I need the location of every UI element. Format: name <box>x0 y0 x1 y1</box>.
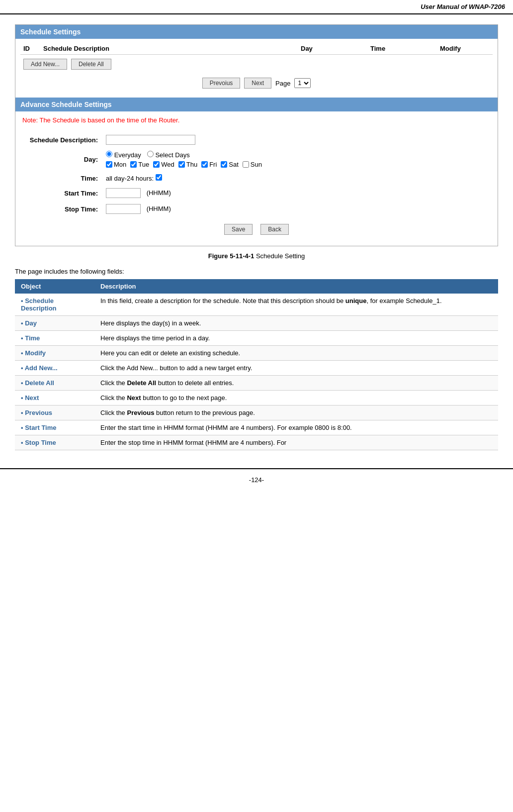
description-cell: Here you can edit or delete an existing … <box>94 346 498 361</box>
table-row: • Delete AllClick the Delete All button … <box>15 376 498 391</box>
table-row: • NextClick the Next button to go to the… <box>15 391 498 406</box>
save-row: Save Back <box>22 217 491 239</box>
schedule-table-area: ID Schedule Description Day Time Modify … <box>15 39 498 98</box>
wed-checkbox-label[interactable]: Wed <box>153 161 174 168</box>
sun-checkbox-label[interactable]: Sun <box>243 161 262 168</box>
table-row: • DayHere displays the day(s) in a week. <box>15 316 498 331</box>
sun-checkbox[interactable] <box>243 161 249 168</box>
table-row: • Start TimeEnter the start time in HHMM… <box>15 420 498 435</box>
table-row: • TimeHere displays the time period in a… <box>15 331 498 346</box>
col-id-header: ID <box>23 45 43 52</box>
select-days-option[interactable]: Select Days <box>147 151 190 159</box>
description-cell: Here displays the day(s) in a week. <box>94 316 498 331</box>
manual-title: User Manual of WNAP-7206 <box>421 3 505 10</box>
day-radio-group: Everyday Select Days <box>106 151 487 159</box>
description-col-header: Description <box>94 279 498 294</box>
advance-settings-header: Advance Schedule Settings <box>15 98 498 111</box>
page-select[interactable]: 1 <box>294 78 311 88</box>
object-cell: • Day <box>15 316 94 331</box>
page-footer: -124- <box>0 468 513 488</box>
object-cell: • Schedule Description <box>15 294 94 316</box>
sat-checkbox[interactable] <box>221 161 227 168</box>
pagination-row: Prevoius Next Page 1 <box>20 74 493 94</box>
main-content: Schedule Settings ID Schedule Descriptio… <box>0 14 513 460</box>
description-cell: Enter the start time in HHMM format (HHM… <box>94 420 498 435</box>
description-cell: Click the Add New... button to add a new… <box>94 361 498 376</box>
page-label: Page <box>275 80 290 87</box>
day-row: Day: Everyday Select Days <box>22 148 491 171</box>
col-time-header: Time <box>370 45 440 52</box>
tue-checkbox-label[interactable]: Tue <box>130 161 149 168</box>
next-button[interactable]: Next <box>244 78 271 89</box>
stop-time-label: Stop Time: <box>22 201 102 217</box>
thu-checkbox[interactable] <box>178 161 185 168</box>
desc-intro: The page includes the following fields: <box>15 268 498 275</box>
description-cell: Click the Previous button return to the … <box>94 406 498 420</box>
delete-all-button[interactable]: Delete All <box>71 59 111 70</box>
object-cell: • Stop Time <box>15 435 94 450</box>
day-label: Day: <box>22 148 102 171</box>
schedule-description-input[interactable] <box>106 135 195 145</box>
tue-checkbox[interactable] <box>130 161 137 168</box>
description-cell: Click the Delete All button to delete al… <box>94 376 498 391</box>
add-new-button[interactable]: Add New... <box>23 59 67 70</box>
col-day-header: Day <box>301 45 370 52</box>
description-cell: In this field, create a description for … <box>94 294 498 316</box>
fri-checkbox[interactable] <box>201 161 208 168</box>
stop-time-input[interactable] <box>106 204 141 214</box>
description-cell: Here displays the time period in a day. <box>94 331 498 346</box>
column-headers: ID Schedule Description Day Time Modify <box>20 43 493 55</box>
wed-checkbox[interactable] <box>153 161 160 168</box>
all-day-label[interactable]: all day-24 hours: <box>106 175 162 182</box>
start-time-hint: (HHMM) <box>147 189 171 197</box>
time-row: Time: all day-24 hours: <box>22 171 491 185</box>
object-cell: • Next <box>15 391 94 406</box>
sat-checkbox-label[interactable]: Sat <box>221 161 239 168</box>
start-time-row: Start Time: (HHMM) <box>22 185 491 201</box>
figure-label: Figure 5-11-4-1 <box>208 252 254 260</box>
object-col-header: Object <box>15 279 94 294</box>
stop-time-hint: (HHMM) <box>147 205 171 212</box>
table-row: • Add New...Click the Add New... button … <box>15 361 498 376</box>
col-modify-header: Modify <box>440 45 490 52</box>
time-label: Time: <box>22 171 102 185</box>
page-number: -124- <box>249 476 264 484</box>
select-days-radio[interactable] <box>147 151 154 157</box>
description-cell: Enter the stop time in HHMM format (HHMM… <box>94 435 498 450</box>
mon-checkbox[interactable] <box>106 161 112 168</box>
fri-checkbox-label[interactable]: Fri <box>201 161 217 168</box>
stop-time-row: Stop Time: (HHMM) <box>22 201 491 217</box>
figure-text: Schedule Setting <box>256 252 305 260</box>
page-header: User Manual of WNAP-7206 <box>0 0 513 14</box>
table-row: • Stop TimeEnter the stop time in HHMM f… <box>15 435 498 450</box>
object-cell: • Time <box>15 331 94 346</box>
mon-checkbox-label[interactable]: Mon <box>106 161 126 168</box>
table-row: • PreviousClick the Previous button retu… <box>15 406 498 420</box>
action-buttons: Add New... Delete All <box>20 55 493 74</box>
everyday-option[interactable]: Everyday <box>106 151 141 159</box>
back-button[interactable]: Back <box>260 224 289 235</box>
desc-table-header-row: Object Description <box>15 279 498 294</box>
days-checkbox-group: Mon Tue Wed <box>106 161 487 168</box>
thu-checkbox-label[interactable]: Thu <box>178 161 197 168</box>
object-cell: • Delete All <box>15 376 94 391</box>
schedule-settings-box: Schedule Settings ID Schedule Descriptio… <box>15 24 498 246</box>
figure-caption: Figure 5-11-4-1 Schedule Setting <box>15 252 498 260</box>
start-time-input[interactable] <box>106 188 141 198</box>
previous-button[interactable]: Prevoius <box>202 78 241 89</box>
table-row: • Schedule DescriptionIn this field, cre… <box>15 294 498 316</box>
all-day-checkbox[interactable] <box>156 174 162 181</box>
description-table: Object Description • Schedule Descriptio… <box>15 279 498 450</box>
start-time-label: Start Time: <box>22 185 102 201</box>
object-cell: • Modify <box>15 346 94 361</box>
table-row: • ModifyHere you can edit or delete an e… <box>15 346 498 361</box>
schedule-settings-header: Schedule Settings <box>15 25 498 39</box>
schedule-desc-label: Schedule Description: <box>22 132 102 148</box>
object-cell: • Previous <box>15 406 94 420</box>
object-cell: • Add New... <box>15 361 94 376</box>
note-text: Note: The Schedule is based on the time … <box>22 116 491 124</box>
everyday-radio[interactable] <box>106 151 112 157</box>
save-button[interactable]: Save <box>224 224 253 235</box>
object-cell: • Start Time <box>15 420 94 435</box>
advance-form: Schedule Description: Day: Everyday <box>22 132 491 217</box>
